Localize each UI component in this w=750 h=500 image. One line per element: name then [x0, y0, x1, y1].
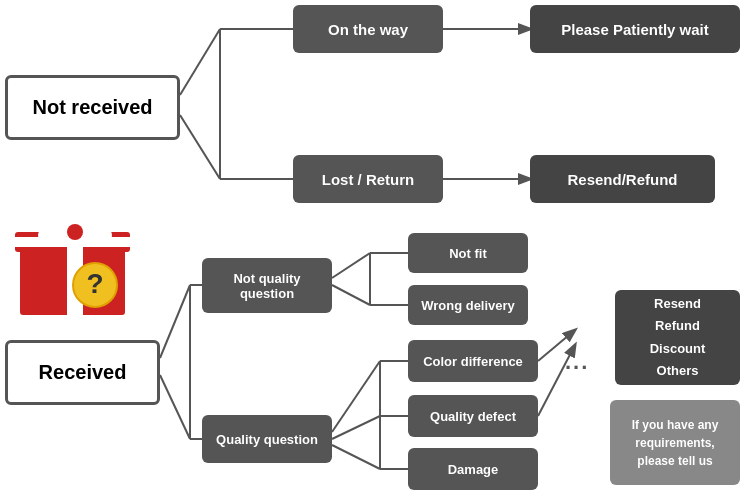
not-quality-node: Not quality question	[202, 258, 332, 313]
svg-line-21	[332, 445, 380, 469]
svg-line-19	[332, 416, 380, 439]
resend-options-node: Resend Refund Discount Others	[615, 290, 740, 385]
not-received-node: Not received	[5, 75, 180, 140]
quality-defect-node: Quality defect	[408, 395, 538, 437]
gift-icon: ?	[10, 190, 140, 320]
requirements-node: If you have any requirements, please tel…	[610, 400, 740, 485]
quality-question-node: Quality question	[202, 415, 332, 463]
color-difference-node: Color difference	[408, 340, 538, 382]
please-wait-node: Please Patiently wait	[530, 5, 740, 53]
damage-node: Damage	[408, 448, 538, 490]
wrong-delivery-node: Wrong delivery	[408, 285, 528, 325]
svg-line-2	[180, 115, 220, 179]
svg-line-14	[332, 285, 370, 305]
on-the-way-node: On the way	[293, 5, 443, 53]
received-node: Received	[5, 340, 160, 405]
lost-return-node: Lost / Return	[293, 155, 443, 203]
svg-line-17	[332, 361, 380, 432]
not-fit-node: Not fit	[408, 233, 528, 273]
svg-point-32	[67, 224, 83, 240]
svg-line-12	[332, 253, 370, 278]
resend-refund-top-node: Resend/Refund	[530, 155, 715, 203]
svg-line-9	[160, 375, 190, 439]
svg-text:?: ?	[86, 268, 103, 299]
dots-indicator: ···	[565, 355, 589, 381]
svg-line-0	[180, 29, 220, 95]
svg-line-7	[160, 285, 190, 358]
